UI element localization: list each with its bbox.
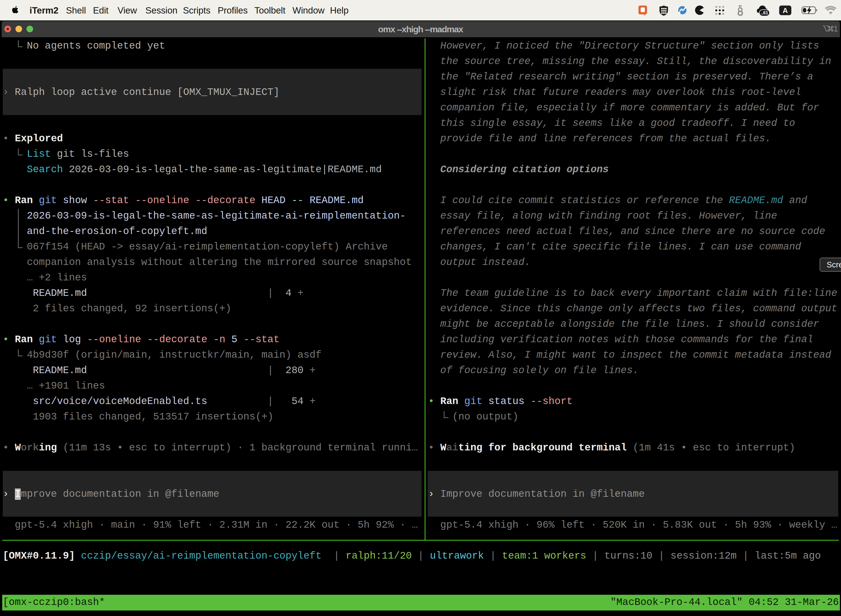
svg-text:A: A bbox=[783, 6, 788, 15]
svg-text:..61: ..61 bbox=[761, 10, 768, 15]
